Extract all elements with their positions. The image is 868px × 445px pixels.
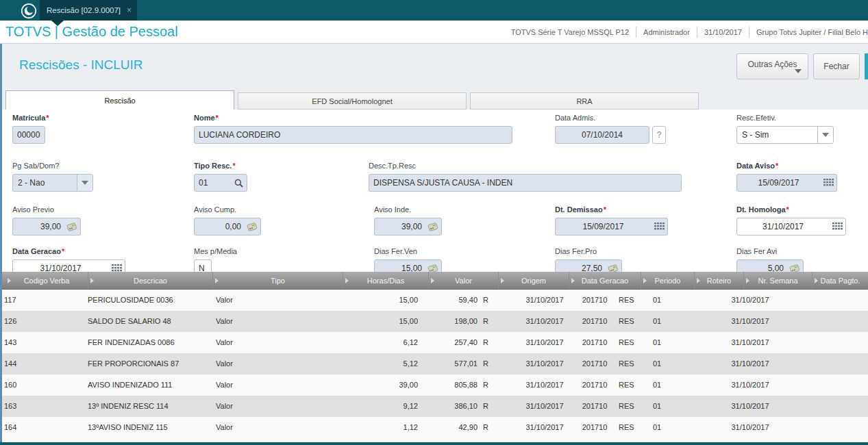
table-row[interactable]: 126SALDO DE SALARIO 48Valor15,00198,00R3… [0,311,868,332]
dias-fer-ven-field[interactable] [374,259,442,272]
search-icon[interactable] [230,175,247,191]
table-row[interactable]: 144FER PROPORCIONAIS 87Valor5,12577,01R3… [0,353,868,374]
grid-cell[interactable]: 01 [653,374,683,396]
grid-cell[interactable]: 59,40 [404,290,478,311]
grid-cell[interactable]: 201710 [567,311,622,332]
dt-homologa-input[interactable] [737,218,829,235]
desc-tp-resc-input[interactable] [369,175,681,191]
calendar-icon[interactable] [651,218,667,235]
grid-cell[interactable]: 257,40 [404,332,478,353]
grid-cell[interactable]: PERICULOSIDADE 0036 [88,290,211,311]
grid-cell[interactable]: 201710 [567,290,622,311]
tab-rescisao[interactable]: Rescisão [5,90,234,110]
calculator-icon[interactable] [605,260,621,272]
nome-field[interactable] [194,126,512,144]
table-row[interactable]: 160AVISO INDENIZADO 111Valor39,00805,88R… [0,374,868,396]
grid-cell[interactable]: RES [619,311,654,332]
grid-cell[interactable]: R [483,290,510,311]
grid-cell[interactable]: 126 [4,311,79,332]
grid-cell[interactable]: 01 [653,332,683,353]
aviso-previo-field[interactable] [12,218,81,236]
grid-cell[interactable]: R [483,353,510,374]
grid-cell[interactable]: R [483,417,510,438]
tab-close-icon[interactable]: × [127,5,132,15]
dias-fer-avi-input[interactable] [737,260,786,272]
grid-cell[interactable]: 201710 [567,396,622,417]
grid-cell[interactable]: 31/10/2017 [712,353,788,374]
help-button[interactable]: ? [652,126,666,144]
aviso-cump-field[interactable] [194,218,261,236]
matricula-field[interactable] [12,126,45,144]
grid-cell[interactable]: 13ºAVISO INDENIZ 115 [88,417,211,438]
grid-cell[interactable]: R [483,311,510,332]
tab-rra[interactable]: RRA [470,92,699,110]
outras-acoes-button[interactable]: Outras Ações [736,53,808,79]
aviso-previo-input[interactable] [13,218,64,235]
grid-cell[interactable]: 201710 [567,332,622,353]
calculator-icon[interactable] [425,218,441,235]
aviso-cump-input[interactable] [195,218,244,235]
grid-cell[interactable]: 31/10/2017 [712,374,788,396]
grid-cell[interactable]: 143 [4,332,79,353]
grid-column-header[interactable]: Horas/Dias [343,272,428,289]
grid-cell[interactable]: 01 [653,353,683,374]
aviso-inde-input[interactable] [375,218,425,235]
grid-column-header[interactable]: Origem [498,272,569,289]
dropdown-arrow-icon[interactable] [77,175,92,191]
grid-cell[interactable]: 201710 [567,374,622,396]
dropdown-arrow-icon[interactable] [817,127,833,143]
tipo-resc-input[interactable] [195,175,230,191]
grid-cell[interactable]: 31/10/2017 [712,417,788,438]
mes-media-field[interactable] [194,259,212,272]
data-geracao-input[interactable] [13,260,108,272]
calculator-icon[interactable] [244,218,260,235]
grid-cell[interactable]: 31/10/2017 [712,290,788,311]
nome-input[interactable] [195,127,512,143]
grid-cell[interactable]: Valor [216,417,305,438]
grid-cell[interactable]: RES [619,417,654,438]
data-aviso-field[interactable] [736,174,837,192]
grid-column-header[interactable]: Nr. Semana [743,272,812,289]
grid-cell[interactable]: 13º INDENIZ RESC 114 [88,396,211,417]
calculator-icon[interactable] [786,260,803,272]
fechar-button[interactable]: Fechar [813,53,860,79]
grid-cell[interactable]: Valor [216,290,305,311]
grid-cell[interactable]: RES [619,396,654,417]
grid-cell[interactable]: 01 [653,396,683,417]
grid-cell[interactable]: 117 [4,290,79,311]
grid-cell[interactable]: R [483,374,510,396]
calculator-icon[interactable] [64,218,80,235]
grid-cell[interactable]: 01 [653,417,683,438]
data-aviso-input[interactable] [737,175,820,191]
window-tab-rescisao[interactable]: Rescisão [02.9.0007] × [40,0,137,21]
calendar-icon[interactable] [829,218,845,235]
grid-cell[interactable]: RES [619,332,654,353]
grid-cell[interactable]: 31/10/2017 [712,311,788,332]
grid-column-header[interactable]: Data Geracao [569,272,641,289]
grid-cell[interactable]: R [483,332,510,353]
grid-cell[interactable]: 01 [653,311,683,332]
grid-cell[interactable]: 144 [4,353,79,374]
grid-column-header[interactable]: Roteiro [694,272,743,289]
grid-column-header[interactable]: Codigo Verba [5,272,88,289]
grid-cell[interactable]: 386,10 [404,396,478,417]
table-row[interactable]: 16313º INDENIZ RESC 114Valor9,12386,10R3… [0,396,868,417]
grid-cell[interactable]: 160 [4,374,79,396]
grid-cell[interactable]: 31/10/2017 [712,332,788,353]
matricula-input[interactable] [13,127,45,143]
data-admis-field[interactable] [555,126,649,144]
grid-cell[interactable]: Valor [216,332,305,353]
grid-cell[interactable]: RES [619,374,654,396]
grid-cell[interactable]: Valor [216,311,305,332]
grid-column-header[interactable]: Valor [428,272,498,289]
dt-demissao-input[interactable] [556,218,651,235]
grid-cell[interactable]: Valor [216,353,305,374]
data-admis-input[interactable] [556,127,649,143]
grid-cell[interactable]: 163 [4,396,79,417]
tipo-resc-field[interactable] [194,174,247,192]
grid-cell[interactable]: 805,88 [404,374,478,396]
pg-sab-dom-select[interactable]: 2 - Nao [12,174,93,192]
dias-fer-avi-field[interactable] [736,259,804,272]
desc-tp-resc-field[interactable] [369,174,682,192]
grid-column-header[interactable]: Descricao [88,272,212,289]
